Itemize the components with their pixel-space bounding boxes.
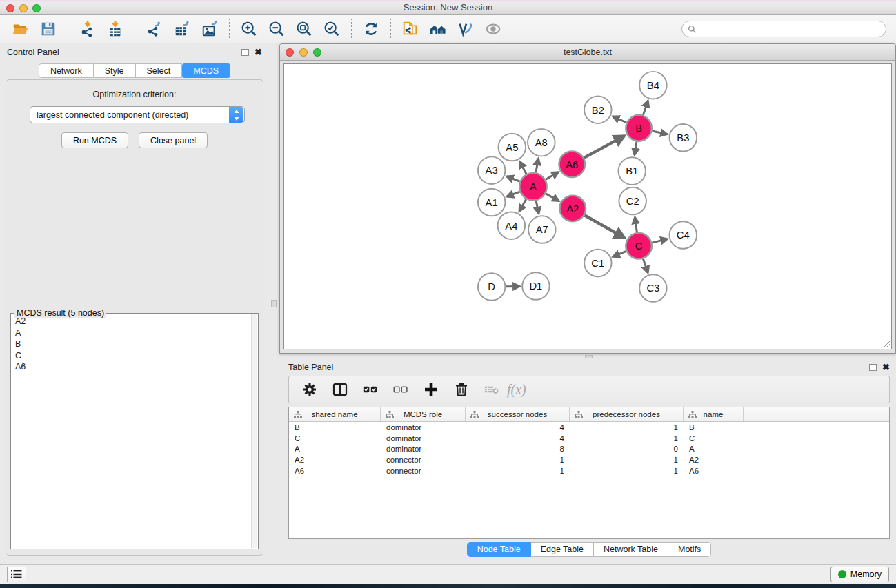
edge-B-B4[interactable]: [643, 101, 648, 115]
criterion-dropdown[interactable]: largest connected component (directed): [30, 106, 245, 123]
close-network-button[interactable]: [286, 48, 294, 57]
node-B[interactable]: B: [626, 115, 652, 141]
float-panel-icon[interactable]: [241, 49, 249, 56]
edge-A2-C[interactable]: [584, 215, 624, 238]
edge-B-B3[interactable]: [652, 131, 667, 134]
import-table-button[interactable]: [103, 18, 127, 40]
first-neighbors-button[interactable]: [426, 18, 450, 40]
edge-A6-B[interactable]: [584, 136, 624, 157]
network-canvas[interactable]: AA6A2BCA5A8A3A1A4A7B2B4B3B1C2C4C1C3DD1: [283, 63, 892, 349]
network-graph[interactable]: AA6A2BCA5A8A3A1A4A7B2B4B3B1C2C4C1C3DD1: [284, 64, 891, 349]
tab-network-table[interactable]: Network Table: [594, 542, 668, 557]
refresh-button[interactable]: [359, 18, 383, 40]
zoom-network-button[interactable]: [313, 48, 321, 57]
export-table-button[interactable]: [170, 18, 194, 40]
annotation-button[interactable]: [454, 18, 477, 40]
tab-mcds[interactable]: MCDS: [182, 63, 230, 78]
node-C2[interactable]: C2: [619, 187, 646, 215]
close-panel-icon[interactable]: ✖: [882, 364, 890, 371]
node-A1[interactable]: A1: [478, 189, 506, 216]
node-A4[interactable]: A4: [498, 212, 526, 239]
close-window-button[interactable]: [6, 4, 14, 12]
mcds-result-item[interactable]: A2: [14, 316, 250, 327]
node-D[interactable]: D: [478, 273, 506, 301]
table-row[interactable]: Cdominator41C: [289, 433, 889, 444]
select-all-button[interactable]: [358, 378, 383, 401]
delete-button[interactable]: [449, 378, 474, 401]
node-C4[interactable]: C4: [670, 221, 697, 249]
edge-B-B2[interactable]: [613, 116, 626, 123]
table-row[interactable]: A2connector11A2: [289, 454, 889, 465]
node-A5[interactable]: A5: [499, 134, 526, 161]
open-file-button[interactable]: [9, 18, 32, 40]
run-mcds-button[interactable]: Run MCDS: [61, 132, 128, 148]
column-header-shared-name[interactable]: shared name: [289, 407, 381, 421]
level-of-detail-button[interactable]: [481, 18, 505, 40]
deselect-all-button[interactable]: [388, 378, 413, 401]
minimize-network-button[interactable]: [299, 48, 308, 57]
zoom-fit-button[interactable]: [292, 18, 316, 40]
tab-node-table[interactable]: Node Table: [467, 542, 531, 557]
table-settings-button[interactable]: [297, 378, 322, 401]
splitter-handle[interactable]: [271, 300, 277, 307]
node-B4[interactable]: B4: [639, 72, 667, 99]
node-B2[interactable]: B2: [584, 96, 612, 123]
edge-A-A2[interactable]: [546, 194, 559, 201]
edge-C-C2[interactable]: [635, 217, 637, 232]
table-row[interactable]: Adominator80A: [289, 444, 889, 455]
edge-A-A3[interactable]: [507, 176, 520, 181]
edge-C-C1[interactable]: [613, 251, 626, 256]
search-input[interactable]: [697, 24, 880, 34]
zoom-out-button[interactable]: [265, 18, 288, 40]
edge-B-B1[interactable]: [635, 141, 637, 154]
zoom-window-button[interactable]: [32, 4, 41, 12]
zoom-selected-button[interactable]: [320, 18, 344, 40]
duplicate-network-button[interactable]: [399, 18, 422, 40]
node-table[interactable]: shared nameMCDS rolesuccessor nodesprede…: [288, 407, 890, 539]
column-header-name[interactable]: name: [684, 407, 744, 421]
node-B1[interactable]: B1: [618, 157, 646, 185]
mcds-result-item[interactable]: B: [14, 338, 250, 350]
tab-edge-table[interactable]: Edge Table: [531, 542, 594, 557]
edge-A-A4[interactable]: [519, 199, 526, 212]
node-A7[interactable]: A7: [528, 216, 556, 243]
column-header-MCDS-role[interactable]: MCDS role: [381, 407, 466, 421]
node-C3[interactable]: C3: [639, 274, 667, 302]
close-panel-button[interactable]: Close panel: [139, 132, 208, 148]
mcds-result-item[interactable]: C: [14, 350, 250, 362]
export-network-button[interactable]: [143, 18, 166, 40]
float-panel-icon[interactable]: [869, 364, 877, 371]
memory-button[interactable]: Memory: [830, 567, 889, 582]
node-C[interactable]: C: [626, 233, 652, 259]
resize-grip-icon[interactable]: [882, 339, 890, 348]
search-field[interactable]: [681, 21, 886, 37]
horizontal-splitter[interactable]: [279, 354, 896, 359]
export-image-button[interactable]: [198, 18, 221, 40]
node-A6[interactable]: A6: [559, 151, 586, 177]
tab-style[interactable]: Style: [94, 63, 136, 78]
zoom-in-button[interactable]: [237, 18, 261, 40]
node-C1[interactable]: C1: [584, 250, 612, 277]
edge-A-A8[interactable]: [536, 159, 539, 172]
node-A[interactable]: A: [519, 173, 547, 201]
splitter-handle[interactable]: [585, 355, 593, 358]
mcds-result-item[interactable]: A: [14, 327, 250, 339]
save-session-button[interactable]: [37, 18, 60, 40]
node-A8[interactable]: A8: [528, 129, 555, 156]
mcds-result-item[interactable]: A6: [14, 361, 250, 373]
column-header-successor-nodes[interactable]: successor nodes: [466, 407, 570, 421]
column-header-predecessor-nodes[interactable]: predecessor nodes: [570, 407, 684, 421]
node-A3[interactable]: A3: [478, 156, 506, 184]
import-network-button[interactable]: [76, 18, 99, 40]
edge-A-A5[interactable]: [520, 161, 527, 174]
close-panel-icon[interactable]: ✖: [255, 49, 262, 56]
node-D1[interactable]: D1: [522, 272, 550, 300]
mcds-result-scrollbar[interactable]: [251, 314, 257, 548]
edge-C-C4[interactable]: [652, 239, 667, 243]
edge-A-A6[interactable]: [546, 172, 559, 180]
node-B3[interactable]: B3: [670, 124, 697, 152]
edge-A-A1[interactable]: [507, 192, 520, 196]
tab-network[interactable]: Network: [39, 63, 94, 78]
vertical-splitter[interactable]: [269, 43, 279, 564]
task-history-button[interactable]: [7, 567, 26, 582]
